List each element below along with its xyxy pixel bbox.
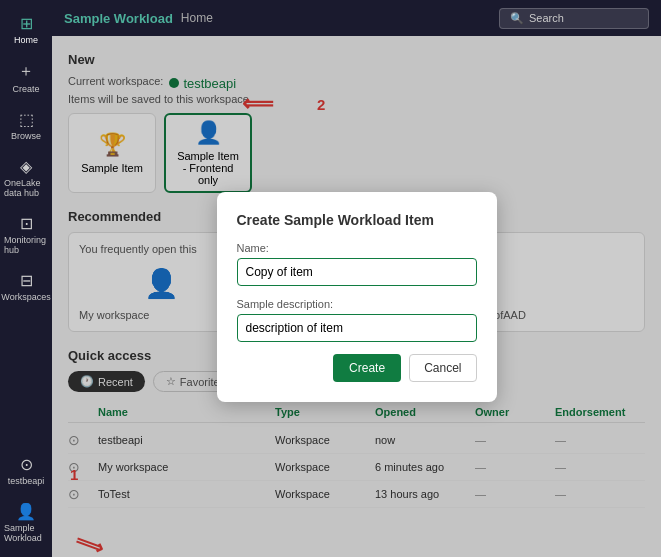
search-bar[interactable]: 🔍 Search [499, 8, 649, 29]
sidebar-item-label: Home [14, 35, 38, 45]
dialog-description-label: Sample description: [237, 298, 477, 310]
topbar-title: Sample Workload [64, 11, 173, 26]
topbar-breadcrumb: Home [181, 11, 213, 25]
search-placeholder: Search [529, 12, 564, 24]
dialog-overlay: Create Sample Workload Item Name: Sample… [52, 36, 661, 557]
create-icon: ＋ [18, 61, 34, 82]
content-area: New Current workspace: testbeapi Items w… [52, 36, 661, 557]
sidebar-item-onelake[interactable]: ◈ OneLake data hub [0, 151, 52, 204]
onelake-icon: ◈ [20, 157, 32, 176]
sidebar-item-label: testbeapi [8, 476, 45, 486]
monitoring-icon: ⊡ [20, 214, 33, 233]
cancel-button[interactable]: Cancel [409, 354, 476, 382]
sidebar-item-workspaces[interactable]: ⊟ Workspaces [0, 265, 52, 308]
sidebar: ⊞ Home ＋ Create ⬚ Browse ◈ OneLake data … [0, 0, 52, 557]
user-circle-icon: ⊙ [20, 455, 33, 474]
create-dialog: Create Sample Workload Item Name: Sample… [217, 192, 497, 402]
topbar: Sample Workload Home 🔍 Search [52, 0, 661, 36]
sidebar-item-monitoring[interactable]: ⊡ Monitoring hub [0, 208, 52, 261]
sidebar-item-label: Workspaces [1, 292, 50, 302]
sidebar-item-label: Browse [11, 131, 41, 141]
sidebar-item-browse[interactable]: ⬚ Browse [0, 104, 52, 147]
sidebar-item-label: OneLake data hub [4, 178, 48, 198]
sidebar-item-create[interactable]: ＋ Create [0, 55, 52, 100]
dialog-name-input[interactable] [237, 258, 477, 286]
dialog-description-input[interactable] [237, 314, 477, 342]
sidebar-item-home[interactable]: ⊞ Home [0, 8, 52, 51]
main-area: Sample Workload Home 🔍 Search New Curren… [52, 0, 661, 557]
search-icon: 🔍 [510, 12, 524, 25]
sidebar-item-testbeapi[interactable]: ⊙ testbeapi [0, 449, 52, 492]
workspaces-icon: ⊟ [20, 271, 33, 290]
dialog-name-label: Name: [237, 242, 477, 254]
sample-workload-icon: 👤 [16, 502, 36, 521]
sidebar-item-sample-workload[interactable]: 👤 Sample Workload [0, 496, 52, 549]
home-icon: ⊞ [20, 14, 33, 33]
sidebar-item-label: Sample Workload [4, 523, 48, 543]
create-button[interactable]: Create [333, 354, 401, 382]
browse-icon: ⬚ [19, 110, 34, 129]
dialog-buttons: Create Cancel [237, 354, 477, 382]
dialog-title: Create Sample Workload Item [237, 212, 477, 228]
sidebar-item-label: Monitoring hub [4, 235, 48, 255]
sidebar-item-label: Create [12, 84, 39, 94]
